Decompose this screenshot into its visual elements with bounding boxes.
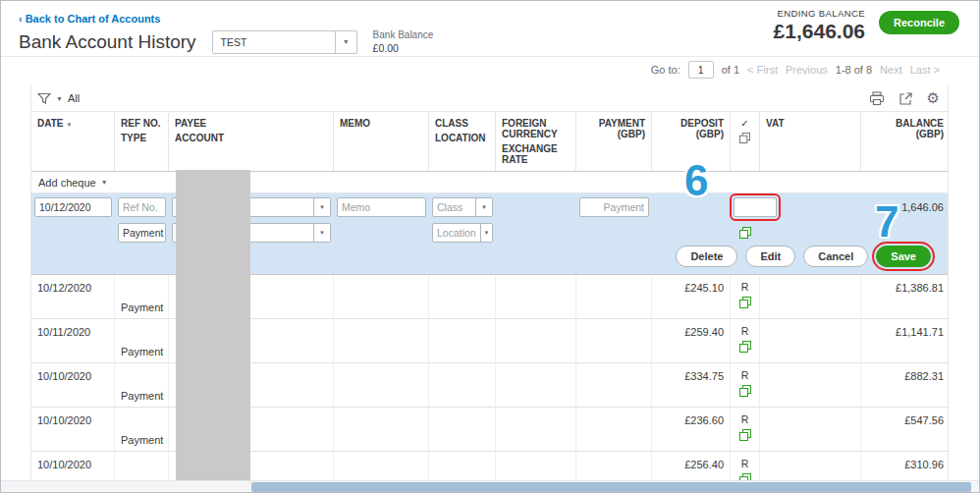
transaction-rows: 10/12/2020 Payment £245.10 R £1,386.81 1… <box>31 275 948 493</box>
chevron-down-icon[interactable]: ▼ <box>313 224 330 242</box>
filter-button[interactable]: ▼ All <box>37 92 80 105</box>
table-row[interactable]: 10/10/2020 Payment £334.75 R £882.31 <box>31 363 948 408</box>
row-class <box>429 363 496 409</box>
row-type: Payment <box>115 408 169 453</box>
export-button[interactable] <box>898 91 913 106</box>
chevron-down-icon[interactable]: ▼ <box>480 224 492 242</box>
table-row[interactable]: 10/10/2020 Payment £236.60 R £547.56 <box>31 408 948 452</box>
checkmark-icon: ✓ <box>740 118 748 129</box>
add-cheque-button[interactable]: Add cheque ▼ <box>31 172 948 193</box>
column-header-date[interactable]: DATE▼ <box>31 112 115 171</box>
annotation-step-7: 7 <box>875 197 898 246</box>
row-type: Payment <box>115 363 169 409</box>
header-memo-label: MEMO <box>340 118 422 129</box>
date-input[interactable] <box>34 197 112 217</box>
column-header-memo[interactable]: MEMO <box>334 112 429 171</box>
type-select-value: Payment <box>119 227 166 239</box>
column-header-ref-type[interactable]: REF NO. TYPE <box>115 112 169 171</box>
column-header-payee-account[interactable]: PAYEE ACCOUNT <box>169 112 334 171</box>
column-header-payment[interactable]: PAYMENT (GBP) <box>576 112 652 171</box>
row-reconcile-status: R <box>731 319 760 364</box>
pagination-first[interactable]: < First <box>747 64 778 76</box>
row-type: Payment <box>115 319 169 364</box>
row-balance: £882.31 <box>861 363 950 409</box>
table-row[interactable]: 10/12/2020 Payment £245.10 R £1,386.81 <box>31 275 948 319</box>
horizontal-scrollbar[interactable] <box>1 480 979 492</box>
table-row[interactable]: 10/11/2020 Payment £259.40 R £1,141.71 <box>31 319 948 363</box>
payment-input[interactable] <box>579 197 649 217</box>
row-reconcile-status: R <box>731 275 760 320</box>
filter-all-label: All <box>68 92 80 104</box>
pagination-previous[interactable]: Previous <box>786 64 828 76</box>
account-selector[interactable]: TEST ▼ <box>212 30 357 54</box>
row-balance: £1,141.71 <box>861 319 950 364</box>
copy-icon[interactable] <box>739 341 751 353</box>
column-header-vat[interactable]: VAT <box>760 112 861 171</box>
annotation-step-6: 6 <box>684 156 708 205</box>
column-header-class-location[interactable]: CLASS LOCATION <box>429 112 496 171</box>
row-deposit: £334.75 <box>652 363 731 409</box>
printer-icon <box>869 91 885 106</box>
chevron-down-icon[interactable]: ▼ <box>313 198 330 216</box>
pagination-last[interactable]: Last > <box>910 64 940 76</box>
row-foreign-currency <box>496 408 576 453</box>
chevron-down-icon[interactable]: ▼ <box>335 31 356 53</box>
save-button[interactable]: Save <box>876 246 931 267</box>
column-header-reconcile-status[interactable]: ✓ <box>731 112 760 171</box>
row-deposit: £259.40 <box>652 319 731 364</box>
reconcile-status-input[interactable] <box>734 197 777 217</box>
register-table: ▼ All ⚙ <box>30 85 949 493</box>
header-payment-label: PAYMENT (GBP) <box>582 118 645 139</box>
row-class <box>429 275 496 320</box>
delete-button[interactable]: Delete <box>676 246 737 267</box>
row-date: 10/10/2020 <box>31 363 115 409</box>
pagination-next[interactable]: Next <box>880 64 902 76</box>
chevron-down-icon: ▼ <box>56 95 63 102</box>
location-select[interactable]: Location ▼ <box>432 223 493 243</box>
row-vat <box>760 408 861 453</box>
add-cheque-label: Add cheque <box>38 177 96 189</box>
horizontal-scrollbar-thumb[interactable] <box>251 482 971 492</box>
copy-icon[interactable] <box>739 385 751 397</box>
header-exchange-rate-label: EXCHANGE RATE <box>502 143 570 165</box>
row-reconcile-status: R <box>731 408 760 453</box>
table-toolbar: ▼ All ⚙ <box>31 85 948 111</box>
header-date-label: DATE <box>37 118 63 129</box>
chevron-down-icon[interactable]: ▼ <box>475 198 492 216</box>
print-button[interactable] <box>869 91 885 106</box>
column-header-foreign-currency[interactable]: FOREIGN CURRENCY EXCHANGE RATE <box>496 112 576 171</box>
copy-icon[interactable] <box>739 227 751 239</box>
back-to-chart-of-accounts-link[interactable]: ‹ Back to Chart of Accounts <box>19 13 160 25</box>
row-payment <box>576 408 652 453</box>
transaction-edit-row: ▼ Class ▼ 1,646.06 <box>31 193 948 275</box>
copy-icon[interactable] <box>739 429 751 441</box>
column-header-balance[interactable]: BALANCE (GBP) <box>861 112 950 171</box>
header-refno-label: REF NO. <box>121 118 162 129</box>
page-number-input[interactable] <box>688 61 714 79</box>
memo-input[interactable] <box>337 197 426 217</box>
cancel-button[interactable]: Cancel <box>803 246 868 267</box>
class-select-placeholder: Class <box>433 201 475 213</box>
row-reconcile-status: R <box>731 363 760 409</box>
ref-no-input[interactable] <box>118 197 166 217</box>
page-title: Bank Account History <box>19 31 196 53</box>
header-location-label: LOCATION <box>435 133 489 143</box>
header-balance-label: BALANCE (GBP) <box>867 118 944 139</box>
row-payment <box>576 275 652 320</box>
row-deposit: £245.10 <box>652 275 731 320</box>
reconcile-button[interactable]: Reconcile <box>879 11 959 34</box>
copy-icon[interactable] <box>739 297 751 308</box>
class-select[interactable]: Class ▼ <box>432 197 493 217</box>
settings-gear-icon[interactable]: ⚙ <box>927 91 940 106</box>
type-select[interactable]: Payment ▼ <box>118 223 166 243</box>
row-class <box>429 408 496 453</box>
sort-arrow-icon: ▼ <box>66 122 72 128</box>
edit-button[interactable]: Edit <box>745 246 795 267</box>
back-link-label: Back to Chart of Accounts <box>26 13 161 25</box>
row-foreign-currency <box>496 275 576 320</box>
page-of-label: of 1 <box>722 64 739 76</box>
row-payment <box>576 363 652 409</box>
bank-balance: Bank Balance £0.00 <box>373 29 434 54</box>
row-balance: £1,386.81 <box>861 275 950 320</box>
copy-icon <box>739 133 750 143</box>
